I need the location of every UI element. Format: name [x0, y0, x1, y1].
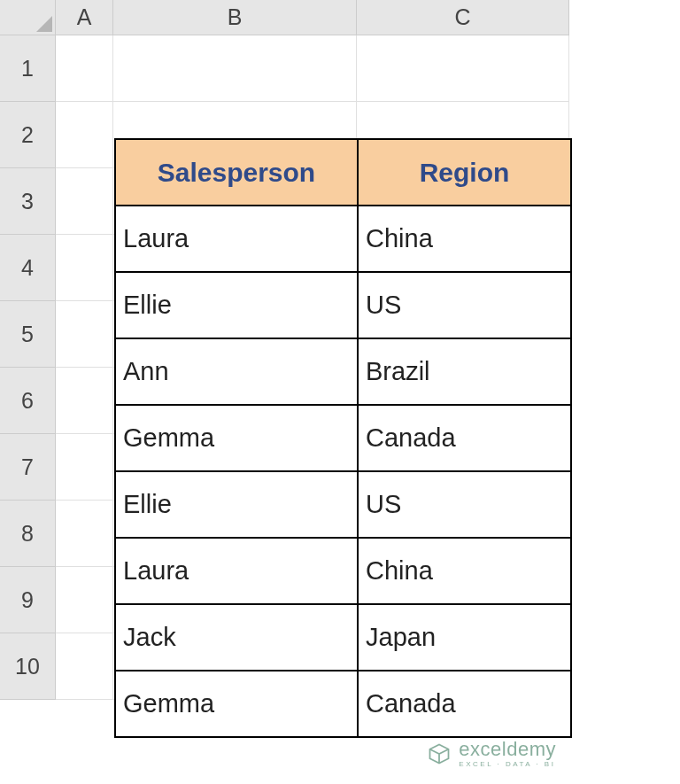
row-header-4[interactable]: 4 — [0, 235, 56, 301]
header-salesperson[interactable]: Salesperson — [115, 139, 358, 206]
cell-a1[interactable] — [56, 35, 113, 102]
data-table: Salesperson Region Laura China Ellie US … — [114, 138, 572, 738]
select-all-corner[interactable] — [0, 0, 56, 35]
cell-region[interactable]: US — [358, 471, 571, 538]
cell-b1[interactable] — [113, 35, 357, 102]
watermark-text: exceldemy EXCEL · DATA · BI — [459, 740, 556, 768]
cell-region[interactable]: Canada — [358, 671, 571, 737]
cell-region[interactable]: China — [358, 206, 571, 272]
cell-a8[interactable] — [56, 501, 113, 567]
cell-salesperson[interactable]: Jack — [115, 604, 358, 671]
col-header-a[interactable]: A — [56, 0, 113, 35]
table-row: Ellie US — [115, 272, 571, 338]
row-header-9[interactable]: 9 — [0, 567, 56, 633]
row-header-10[interactable]: 10 — [0, 633, 56, 700]
cell-salesperson[interactable]: Laura — [115, 206, 358, 272]
cell-salesperson[interactable]: Ellie — [115, 471, 358, 538]
spreadsheet-container: A B C 1 2 3 4 5 6 7 8 — [0, 0, 680, 700]
cell-a3[interactable] — [56, 168, 113, 235]
cell-c1[interactable] — [357, 35, 569, 102]
row-header-5[interactable]: 5 — [0, 301, 56, 368]
table-row: Jack Japan — [115, 604, 571, 671]
row-header-2[interactable]: 2 — [0, 102, 56, 168]
cell-a5[interactable] — [56, 301, 113, 368]
cell-a7[interactable] — [56, 434, 113, 501]
cell-salesperson[interactable]: Ellie — [115, 272, 358, 338]
col-header-b[interactable]: B — [113, 0, 357, 35]
cell-salesperson[interactable]: Laura — [115, 538, 358, 604]
cell-a2[interactable] — [56, 102, 113, 168]
row-header-6[interactable]: 6 — [0, 368, 56, 434]
cell-a10[interactable] — [56, 633, 113, 700]
watermark: exceldemy EXCEL · DATA · BI — [427, 740, 556, 768]
cell-a4[interactable] — [56, 235, 113, 301]
cell-region[interactable]: US — [358, 272, 571, 338]
cell-salesperson[interactable]: Gemma — [115, 405, 358, 471]
table-row: Gemma Canada — [115, 671, 571, 737]
cell-region[interactable]: Japan — [358, 604, 571, 671]
row-header-3[interactable]: 3 — [0, 168, 56, 235]
table-row: Gemma Canada — [115, 405, 571, 471]
cell-salesperson[interactable]: Gemma — [115, 671, 358, 737]
cell-region[interactable]: Canada — [358, 405, 571, 471]
table-header-row: Salesperson Region — [115, 139, 571, 206]
table-row: Ellie US — [115, 471, 571, 538]
watermark-tagline: EXCEL · DATA · BI — [459, 761, 556, 768]
select-all-icon — [36, 16, 52, 32]
cell-a6[interactable] — [56, 368, 113, 434]
cell-a9[interactable] — [56, 567, 113, 633]
row-header-7[interactable]: 7 — [0, 434, 56, 501]
table-row: Laura China — [115, 206, 571, 272]
cell-region[interactable]: Brazil — [358, 338, 571, 405]
col-header-c[interactable]: C — [357, 0, 569, 35]
table-row: Laura China — [115, 538, 571, 604]
header-region[interactable]: Region — [358, 139, 571, 206]
row-header-8[interactable]: 8 — [0, 501, 56, 567]
table-row: Ann Brazil — [115, 338, 571, 405]
cell-region[interactable]: China — [358, 538, 571, 604]
watermark-brand: exceldemy — [459, 740, 556, 759]
cell-salesperson[interactable]: Ann — [115, 338, 358, 405]
watermark-icon — [427, 741, 452, 766]
row-header-1[interactable]: 1 — [0, 35, 56, 102]
